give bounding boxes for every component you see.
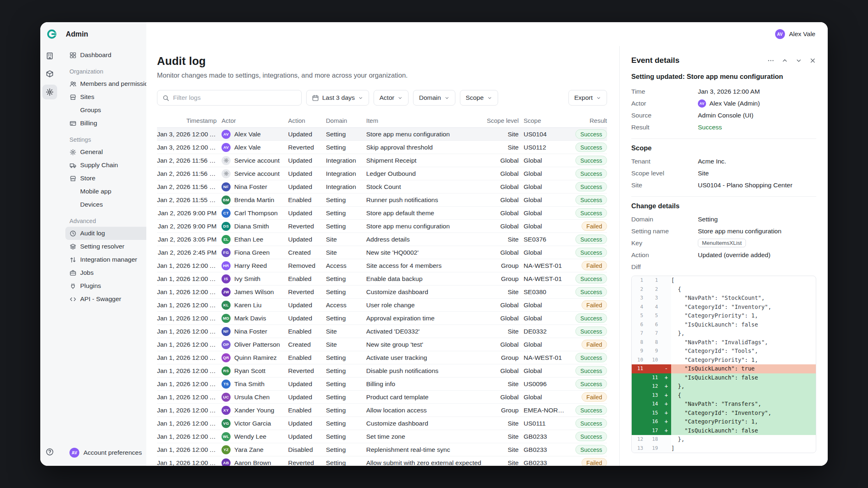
table-row[interactable]: Jan 2, 2026 11:56 PMService accountUpdat… [157, 154, 607, 167]
nav-section-label: Advanced [65, 218, 159, 224]
cell-timestamp: Jan 3, 2026 12:00 AM [157, 131, 217, 138]
sidebar-item-groups[interactable]: Groups [65, 104, 159, 117]
table-row[interactable]: Jan 1, 2026 12:00 AMMDMark DavisUpdatedS… [157, 312, 607, 325]
sidebar-item-mobile-app[interactable]: Mobile app [65, 185, 159, 198]
domain-filter[interactable]: Domain [413, 90, 455, 106]
rail-item-supply-chain[interactable] [42, 67, 57, 81]
diff-line: 17+ "IsQuickLaunch": false [632, 426, 816, 435]
sidebar-item-label: Mobile app [80, 188, 111, 195]
actor-name: Karen Liu [234, 302, 261, 309]
diff-line: 33 "NavPath": "StockCount", [632, 294, 816, 303]
cell-scope: GB0233 [524, 433, 567, 440]
more-actions-button[interactable] [767, 57, 774, 64]
cell-scope: NA-WEST-01 [524, 354, 567, 361]
sidebar-item-supply-chain[interactable]: Supply Chain [65, 159, 159, 172]
sidebar-item-members-and-permissions[interactable]: Members and permissions [65, 77, 159, 90]
table-row[interactable]: Jan 1, 2026 12:00 AMNFNina FosterEnabled… [157, 325, 607, 338]
sidebar-item-dashboard[interactable]: Dashboard [65, 48, 159, 62]
detail-value-text: Success [698, 124, 722, 131]
detail-value-text: US0104 - Plano Shopping Center [698, 182, 792, 189]
detail-label: Domain [631, 216, 698, 223]
cell-actor: YZYara Zane [222, 445, 283, 454]
sidebar-item-plugins[interactable]: Plugins [65, 279, 159, 292]
scope-filter[interactable]: Scope [460, 90, 498, 106]
sidebar-item-setting-resolver[interactable]: Setting resolver [65, 240, 159, 253]
table-row[interactable]: Jan 1, 2026 12:00 AMISIvy SmithEnabledSe… [157, 272, 607, 285]
table-row[interactable]: Jan 2, 2026 9:00 PMCTCarl ThompsonUpdate… [157, 207, 607, 220]
table-row[interactable]: Jan 1, 2026 12:00 AMVGVictor GarciaUpdat… [157, 417, 607, 430]
table-row[interactable]: Jan 2, 2026 3:05 PMELEthan LeeUpdatedSit… [157, 233, 607, 246]
detail-label: Key [631, 239, 698, 247]
export-button[interactable]: Export [568, 90, 607, 106]
table-row[interactable]: Jan 1, 2026 12:00 AMYZYara ZaneDisabledS… [157, 443, 607, 456]
cell-item: Activate user tracking [366, 354, 482, 361]
cell-domain: Setting [326, 315, 361, 322]
cell-action: Updated [288, 315, 321, 322]
table-row[interactable]: Jan 2, 2026 11:56 PMNFNina FosterUpdated… [157, 180, 607, 193]
table-row[interactable]: Jan 1, 2026 12:00 AMUCUrsula ChenUpdated… [157, 391, 607, 404]
user-menu[interactable]: AV Alex Vale [775, 29, 815, 39]
actor-name: Ethan Lee [234, 236, 263, 243]
previous-event-button[interactable] [781, 57, 788, 64]
cell-domain: Setting [326, 367, 361, 375]
sidebar-item-store[interactable]: Store [65, 172, 159, 185]
actor-name: Xander Young [234, 407, 274, 414]
cell-actor: ABAaron Brown [222, 458, 283, 466]
cell-domain: Setting [326, 446, 361, 453]
content-area: Audit log Monitor changes made to settin… [146, 46, 828, 466]
table-row[interactable]: Jan 3, 2026 12:00 AMAVAlex ValeRevertedS… [157, 141, 607, 154]
table-row[interactable]: Jan 1, 2026 12:00 AMXYXander YoungEnable… [157, 404, 607, 417]
table-row[interactable]: Jan 1, 2026 12:00 AMJWJames WilsonRevert… [157, 285, 607, 299]
diff-old-line-number [632, 391, 646, 400]
table-row[interactable]: Jan 1, 2026 12:00 AMABAaron BrownReverte… [157, 456, 607, 466]
table-row[interactable]: Jan 2, 2026 11:56 PMService accountUpdat… [157, 167, 607, 180]
actor-name: Carl Thompson [234, 209, 278, 217]
next-event-button[interactable] [795, 57, 802, 64]
sidebar-item-general[interactable]: General [65, 145, 159, 159]
users-icon [69, 81, 76, 87]
table-row[interactable]: Jan 1, 2026 12:00 AMHRHarry ReedRemovedA… [157, 259, 607, 272]
sidebar-item-billing[interactable]: Billing [65, 117, 159, 130]
diff-code: "CategoryId": "Inventory", [671, 303, 816, 312]
cell-scope: Global [524, 394, 567, 401]
table-row[interactable]: Jan 1, 2026 12:00 AMOPOliver PattersonCr… [157, 338, 607, 351]
sidebar-item-devices[interactable]: Devices [65, 198, 159, 211]
cell-scope-level: Global [487, 367, 519, 375]
table-row[interactable]: Jan 1, 2026 12:00 AMKLKaren LiuUpdatedAc… [157, 299, 607, 312]
sidebar-item-sites[interactable]: Sites [65, 90, 159, 104]
actor-filter[interactable]: Actor [374, 90, 409, 106]
rail-item-settings[interactable] [42, 85, 57, 99]
event-heading: Setting updated: Store app menu configur… [631, 73, 816, 81]
rail-item-organization[interactable] [42, 48, 57, 63]
diff-sign: + [661, 417, 671, 426]
column-header-scope: Scope [524, 117, 567, 124]
cell-domain: Site [326, 249, 361, 256]
app-logo [46, 29, 57, 39]
date-range-filter[interactable]: Last 3 days [306, 90, 369, 106]
sidebar-item-jobs[interactable]: Jobs [65, 266, 159, 279]
diff-code: "IsQuickLaunch": false [671, 426, 816, 435]
table-row[interactable]: Jan 2, 2026 9:00 PMDSDiana SmithReverted… [157, 220, 607, 233]
diff-new-line-number: 3 [646, 294, 661, 303]
table-row[interactable]: Jan 1, 2026 12:00 AMQRQuinn RamirezEnabl… [157, 351, 607, 364]
cell-result: Success [572, 445, 607, 454]
sidebar-item-integration-manager[interactable]: Integration manager [65, 253, 159, 266]
diff-code: "IsQuickLaunch": false [671, 320, 816, 329]
table-row[interactable]: Jan 1, 2026 12:00 AMRSRyan ScottReverted… [157, 364, 607, 378]
sidebar-item-api-swagger[interactable]: API - Swagger [65, 292, 159, 306]
close-panel-button[interactable] [809, 57, 816, 64]
table-row[interactable]: Jan 1, 2026 12:00 AMTSTina SmithUpdatedS… [157, 378, 607, 391]
domain-filter-label: Domain [419, 94, 441, 101]
table-row[interactable]: Jan 3, 2026 12:00 AMAVAlex ValeUpdatedSe… [157, 128, 607, 141]
cell-scope: Global [524, 367, 567, 375]
diff-sign: + [661, 382, 671, 391]
help-button[interactable] [42, 444, 57, 459]
table-row[interactable]: Jan 1, 2026 12:00 AMWLWendy LeeUpdatedSe… [157, 430, 607, 443]
cell-actor: NFNina Foster [222, 182, 283, 191]
table-row[interactable]: Jan 2, 2026 11:55 PMBMBrenda MartinEnabl… [157, 193, 607, 207]
filter-logs-input[interactable] [173, 94, 296, 101]
account-preferences[interactable]: AV Account preferences [65, 442, 159, 466]
cell-scope: Global [524, 209, 567, 217]
sidebar-item-audit-log[interactable]: Audit log [65, 227, 159, 240]
table-row[interactable]: Jan 2, 2026 2:45 PMFGFiona GreenCreatedS… [157, 246, 607, 259]
